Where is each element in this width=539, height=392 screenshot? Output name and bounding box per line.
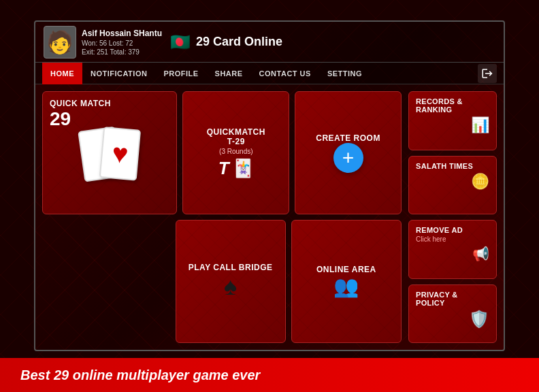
quick-match-card[interactable]: ♥ QUICK MATCH 29: [42, 91, 177, 214]
privacy-title: PRIVACY &: [416, 291, 458, 299]
nav-contact[interactable]: CONTACT US: [251, 63, 319, 84]
nav-share[interactable]: SHARE: [207, 63, 251, 84]
nav-profile[interactable]: PROFILE: [155, 63, 206, 84]
spacer: [42, 220, 170, 343]
remove-ad-card[interactable]: REMOVE AD Click here 📢: [408, 220, 497, 279]
salath-title: SALATH TIMES: [416, 162, 473, 170]
coin-icon: 🪙: [471, 173, 489, 191]
remove-ad-title: REMOVE AD: [416, 226, 463, 234]
logo-area: 🇧🇩 29 Card Online: [170, 33, 282, 52]
quickmatch-t29-card[interactable]: QUICKMATCHT-29 (3 Rounds) T 🃏: [182, 91, 289, 214]
quickmatch-t29-sublabel: (3 Rounds): [219, 148, 252, 155]
bottom-banner: Best 29 online multiplayer game ever: [0, 358, 539, 392]
avatar: 🧑: [44, 26, 76, 59]
main-window: 🧑 Asif Hossain SHantu Won: 56 Lost: 72 E…: [34, 20, 505, 351]
records-title: RECORDS &: [416, 97, 463, 105]
header: 🧑 Asif Hossain SHantu Won: 56 Lost: 72 E…: [35, 22, 504, 63]
spade-icon: ♠: [224, 272, 237, 301]
heart-icon: ♥: [110, 137, 129, 169]
grid-row-2: PLAY CALL BRIDGE ♠ ONLINE AREA 👥: [42, 220, 402, 343]
right-sidebar: RECORDS & RANKING 📊 SALATH TIMES 🪙 REMOV…: [408, 91, 497, 343]
quickmatch-t29-label: QUICKMATCHT-29: [207, 127, 265, 146]
privacy-policy-card[interactable]: PRIVACY & POLICY 🛡️: [408, 284, 497, 344]
user-stats: Won: 56 Lost: 72: [82, 39, 162, 47]
quick-match-number: 29: [50, 108, 111, 130]
create-room-card[interactable]: CREATE ROOM +: [295, 91, 402, 214]
nav-bar: HOME NOTIFICATION PROFILE SHARE CONTACT …: [35, 63, 504, 84]
play-call-bridge-card[interactable]: PLAY CALL BRIDGE ♠: [176, 220, 286, 343]
create-room-plus[interactable]: +: [333, 143, 363, 173]
t29-icon: T 🃏: [218, 158, 254, 179]
user-info: Asif Hossain SHantu Won: 56 Lost: 72 Exi…: [82, 29, 162, 56]
online-area-card[interactable]: ONLINE AREA 👥: [291, 220, 402, 343]
speaker-icon: 📢: [472, 246, 489, 262]
flag-icon: 🇧🇩: [170, 33, 191, 52]
app-title: 29 Card Online: [196, 35, 282, 49]
records-icon: 📊: [471, 116, 489, 134]
policy-title: POLICY: [416, 299, 445, 307]
content-area: ♥ QUICK MATCH 29 QUICKMATCHT-29 (3 Round…: [35, 84, 504, 350]
user-name: Asif Hossain SHantu: [82, 29, 162, 38]
nav-home[interactable]: HOME: [42, 63, 82, 84]
user-stats2: Exit: 251 Total: 379: [82, 48, 162, 56]
logout-button[interactable]: [478, 64, 497, 83]
people-icon: 👥: [333, 274, 359, 298]
remove-ad-subtitle: Click here: [416, 235, 446, 243]
grid-row-1: ♥ QUICK MATCH 29 QUICKMATCHT-29 (3 Round…: [42, 91, 402, 214]
banner-text: Best 29 online multiplayer game ever: [20, 368, 260, 383]
ranking-title: RANKING: [416, 105, 452, 114]
nav-notification[interactable]: NOTIFICATION: [82, 63, 155, 84]
shield-icon: 🛡️: [469, 310, 489, 329]
nav-setting[interactable]: SETTING: [319, 63, 370, 84]
play-call-label: PLAY CALL BRIDGE: [189, 263, 273, 272]
left-content: ♥ QUICK MATCH 29 QUICKMATCHT-29 (3 Round…: [42, 91, 402, 343]
salath-times-card[interactable]: SALATH TIMES 🪙: [408, 156, 497, 215]
quick-match-label: QUICK MATCH: [50, 99, 111, 108]
online-area-label: ONLINE AREA: [316, 265, 376, 274]
card-front: ♥: [99, 127, 140, 181]
records-ranking-card[interactable]: RECORDS & RANKING 📊: [408, 91, 497, 150]
create-room-label: CREATE ROOM: [316, 133, 380, 143]
